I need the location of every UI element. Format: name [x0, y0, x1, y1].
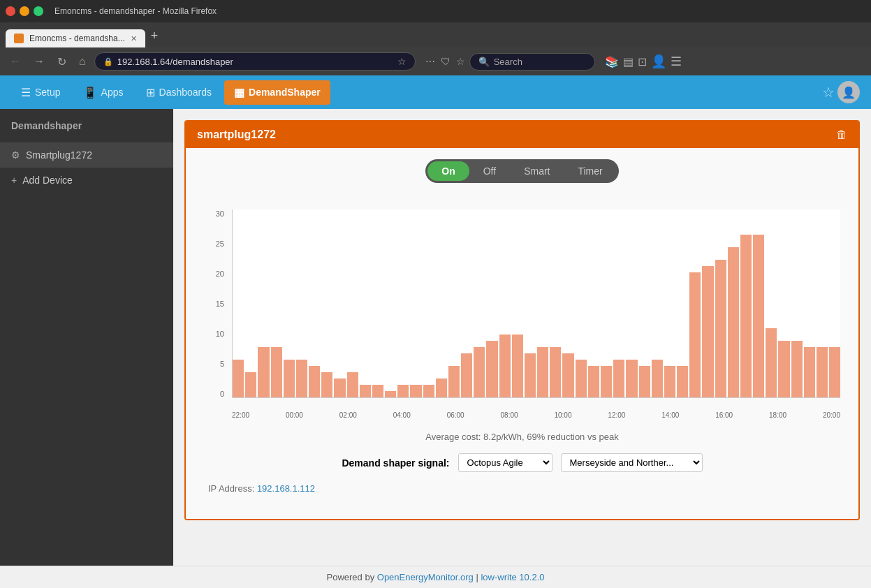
sidebar: Demandshaper ⚙ Smartplug1272 + Add Devic… — [0, 109, 173, 566]
ip-link[interactable]: 192.168.1.112 — [257, 483, 315, 494]
chart-bar — [334, 378, 345, 397]
chart-bar — [245, 372, 256, 397]
user-avatar[interactable]: 👤 — [837, 81, 860, 103]
footer-link-openenergymonitor[interactable]: OpenEnergyMonitor.org — [377, 572, 474, 582]
new-tab-btn[interactable]: + — [145, 29, 164, 47]
sidebar-item-smartplug[interactable]: ⚙ Smartplug1272 — [0, 142, 173, 168]
x-label: 06:00 — [447, 411, 464, 419]
home-btn[interactable]: ⌂ — [75, 52, 90, 71]
security-icon: 🔒 — [103, 57, 113, 66]
chart-bar — [436, 378, 447, 397]
sidebar-item-add-device[interactable]: + Add Device — [0, 168, 173, 193]
signal-select[interactable]: Octopus Agile — [458, 453, 552, 472]
nav-dashboards-label: Dashboards — [159, 87, 212, 98]
info-section: Average cost: 8.2p/kWh, 69% reduction vs… — [197, 426, 847, 508]
mode-btn-smart[interactable]: Smart — [510, 161, 564, 181]
chart-bar — [588, 366, 599, 397]
chart-bar — [664, 366, 675, 397]
setup-icon: ☰ — [21, 86, 31, 99]
tab-close-btn[interactable]: ✕ — [131, 34, 137, 43]
chart-bar — [321, 372, 332, 397]
window-min-btn[interactable] — [20, 6, 29, 16]
sidebar-item-smartplug-label: Smartplug1272 — [26, 149, 92, 161]
back-btn[interactable]: ← — [6, 52, 25, 71]
chart-bar — [512, 335, 523, 397]
smartplug-icon: ⚙ — [11, 149, 20, 161]
chart-bar — [613, 360, 624, 397]
nav-dashboards[interactable]: ⊞ Dashboards — [136, 80, 222, 105]
chart-bar — [258, 347, 269, 397]
refresh-btn[interactable]: ↻ — [53, 52, 71, 71]
chart-bar — [537, 347, 548, 397]
chart-bar — [385, 391, 396, 397]
menu-icon[interactable]: ☰ — [671, 54, 682, 69]
chart-bar — [702, 266, 713, 397]
footer-text: Powered by — [327, 572, 375, 582]
x-label: 04:00 — [393, 411, 411, 419]
chart-bar — [423, 385, 434, 397]
chart-bar — [728, 247, 739, 397]
y-label-10: 10 — [216, 330, 224, 338]
active-tab[interactable]: Emoncms - demandsha... ✕ — [6, 29, 145, 47]
delete-device-btn[interactable]: 🗑 — [836, 128, 847, 141]
chart-bar — [486, 341, 497, 397]
chart-bar — [397, 385, 409, 397]
bookmark-icon[interactable]: ☆ — [397, 56, 407, 67]
sidebar-icon[interactable]: ▤ — [623, 55, 634, 68]
device-card-header: smartplug1272 🗑 — [186, 122, 858, 148]
nav-apps[interactable]: 📱 Apps — [73, 80, 133, 105]
tab-favicon — [14, 34, 24, 43]
chart-bar — [360, 385, 371, 397]
address-text: 192.168.1.64/demandshaper — [117, 57, 233, 67]
mode-btn-off[interactable]: Off — [469, 161, 510, 181]
x-label: 18:00 — [769, 411, 786, 419]
chart-bar — [271, 347, 282, 397]
chart-bar — [525, 353, 536, 397]
region-select[interactable]: Merseyside and Norther... — [561, 453, 703, 472]
chart-container: 30 25 20 15 10 5 0 22:0000:0002:0004:000… — [197, 203, 847, 426]
mode-btn-on[interactable]: On — [427, 161, 469, 181]
favorite-star-icon[interactable]: ☆ — [822, 84, 835, 101]
y-label-30: 30 — [216, 210, 224, 218]
mode-btn-timer[interactable]: Timer — [564, 161, 616, 181]
browser-right-actions: 📚 ▤ ⊡ 👤 ☰ — [605, 54, 682, 69]
chart-bar — [753, 235, 764, 397]
footer: Powered by OpenEnergyMonitor.org | low-w… — [0, 566, 871, 588]
chart-y-axis: 30 25 20 15 10 5 0 — [197, 210, 228, 398]
demand-signal-label: Demand shaper signal: — [342, 457, 449, 469]
chart-bar — [461, 353, 472, 397]
dashboards-icon: ⊞ — [146, 86, 155, 99]
chart-bar — [791, 341, 803, 397]
forward-btn[interactable]: → — [29, 52, 49, 71]
chart-bar — [474, 347, 485, 397]
nav-apps-label: Apps — [101, 87, 124, 98]
nav-demandshaper[interactable]: ▦ DemandShaper — [224, 80, 330, 105]
nav-setup[interactable]: ☰ Setup — [11, 80, 71, 105]
chart-bar — [576, 360, 587, 397]
mode-buttons: On Off Smart Timer — [425, 159, 618, 183]
browser-actions: ⋯ 🛡 ☆ — [425, 56, 465, 67]
chart-bar — [284, 360, 295, 397]
shield-icon[interactable]: 🛡 — [441, 56, 451, 67]
extensions-icon[interactable]: ⋯ — [425, 56, 435, 67]
search-placeholder: Search — [494, 57, 522, 67]
window-close-btn[interactable] — [6, 6, 15, 16]
browser-search-bar[interactable]: 🔍 Search — [469, 53, 595, 71]
library-icon[interactable]: 📚 — [605, 55, 619, 68]
chart-bar — [639, 366, 650, 397]
x-label: 02:00 — [339, 411, 357, 419]
address-bar[interactable]: 🔒 192.168.1.64/demandshaper ☆ — [94, 52, 416, 71]
window-max-btn[interactable] — [34, 6, 43, 16]
fullscreen-icon[interactable]: ⊡ — [638, 55, 647, 68]
chart-bar — [740, 235, 752, 397]
window-controls — [6, 6, 43, 16]
chart-bar — [652, 360, 663, 397]
footer-link-lowwrite[interactable]: low-write 10.2.0 — [481, 572, 544, 582]
chart-bar — [778, 341, 789, 397]
profile-icon[interactable]: 👤 — [651, 54, 666, 69]
chart-bar — [550, 347, 561, 397]
bookmark-star-icon[interactable]: ☆ — [456, 56, 465, 67]
chart-bar — [233, 360, 244, 397]
ip-label: IP Address: — [208, 483, 254, 494]
browser-addressbar: ← → ↻ ⌂ 🔒 192.168.1.64/demandshaper ☆ ⋯ … — [0, 47, 871, 75]
